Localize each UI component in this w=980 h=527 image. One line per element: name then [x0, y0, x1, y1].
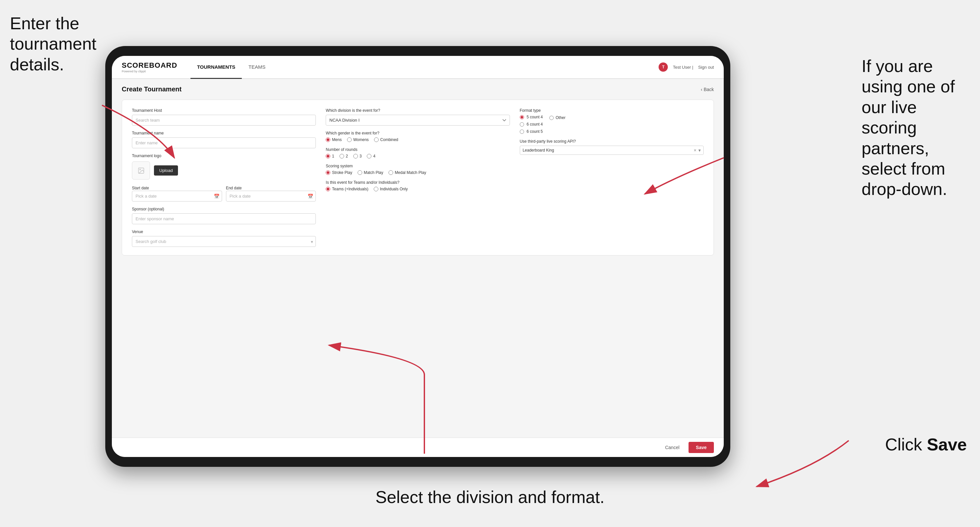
scoring-group: Scoring system Stroke Play Match Play [326, 164, 509, 175]
save-button[interactable]: Save [689, 442, 714, 453]
rounds-group: Number of rounds 1 2 [326, 147, 509, 159]
format-6count5[interactable]: 6 count 5 [520, 129, 543, 134]
tab-teams[interactable]: TEAMS [242, 56, 272, 79]
rounds-3[interactable]: 3 [353, 154, 362, 159]
scoring-stroke[interactable]: Stroke Play [326, 170, 352, 175]
venue-dropdown-icon: ▾ [311, 239, 313, 244]
event-type-teams[interactable]: Teams (+Individuals) [326, 187, 368, 191]
end-date-group: End date 📅 [226, 185, 316, 202]
event-type-radio-group: Teams (+Individuals) Individuals Only [326, 187, 509, 191]
live-scoring-group: Use third-party live scoring API? Leader… [520, 139, 704, 155]
svg-point-1 [140, 169, 140, 170]
date-row: Start date 📅 End date 📅 [132, 185, 316, 202]
annotation-enter-details: Enter the tournament details. [10, 13, 108, 75]
content-area: Create Tournament Back Tournament Host T… [112, 79, 724, 438]
tournament-host-input[interactable] [132, 115, 316, 125]
start-date-input[interactable] [132, 190, 222, 202]
navbar-tabs: TOURNAMENTS TEAMS [191, 56, 659, 78]
page-title: Create Tournament [122, 86, 181, 93]
venue-label: Venue [132, 230, 316, 234]
rounds-radio-group: 1 2 3 4 [326, 154, 509, 159]
gender-mens[interactable]: Mens [326, 137, 342, 142]
live-scoring-label: Use third-party live scoring API? [520, 139, 704, 144]
format-radio-group: 5 count 4 6 count 4 6 count 5 [520, 115, 543, 134]
other-option: Other [549, 115, 565, 120]
tournament-host-label: Tournament Host [132, 108, 316, 113]
tournament-logo-group: Tournament logo Upload [132, 154, 316, 179]
live-scoring-tag-input[interactable]: Leaderboard King × ▾ [520, 146, 704, 155]
upload-button[interactable]: Upload [154, 165, 178, 176]
rounds-4[interactable]: 4 [367, 154, 375, 159]
format-6count4[interactable]: 6 count 4 [520, 122, 543, 127]
date-group: Start date 📅 End date 📅 [132, 185, 316, 202]
clear-tag-icon[interactable]: × [694, 148, 697, 153]
tablet-frame: SCOREBOARD Powered by clippit TOURNAMENT… [105, 46, 730, 467]
calendar-icon: 📅 [214, 194, 220, 199]
user-label: Test User | [673, 65, 693, 70]
scoring-label: Scoring system [326, 164, 509, 168]
division-group: Which division is the event for? NCAA Di… [326, 108, 509, 125]
live-scoring-value: Leaderboard King [523, 148, 692, 152]
logo-placeholder [132, 162, 150, 179]
form-col-2: Which division is the event for? NCAA Di… [326, 108, 509, 247]
tab-tournaments[interactable]: TOURNAMENTS [191, 56, 242, 79]
venue-group: Venue ▾ [132, 230, 316, 247]
annotation-live-scoring: If you are using one of our live scoring… [862, 56, 974, 200]
start-date-group: Start date 📅 [132, 185, 222, 202]
scoring-radio-group: Stroke Play Match Play Medal Match Play [326, 170, 509, 175]
tournament-host-group: Tournament Host [132, 108, 316, 125]
tournament-logo-label: Tournament logo [132, 154, 316, 158]
signout-link[interactable]: Sign out [698, 65, 714, 70]
end-date-input[interactable] [226, 190, 316, 202]
navbar: SCOREBOARD Powered by clippit TOURNAMENT… [112, 56, 724, 79]
logo-main-text: SCOREBOARD [122, 61, 177, 70]
event-type-individuals[interactable]: Individuals Only [374, 187, 408, 191]
event-type-label: Is this event for Teams and/or Individua… [326, 180, 509, 185]
create-tournament-form: Tournament Host Tournament name Tourname… [122, 100, 714, 256]
end-date-label: End date [226, 186, 242, 190]
format-other-radio[interactable] [549, 116, 554, 120]
annotation-click-save: Click Save [885, 434, 967, 455]
rounds-1[interactable]: 1 [326, 154, 334, 159]
app-logo: SCOREBOARD Powered by clippit [122, 61, 177, 73]
format-type-label: Format type [520, 108, 704, 113]
avatar: T [659, 62, 668, 71]
venue-input[interactable] [132, 236, 316, 247]
cancel-button[interactable]: Cancel [660, 442, 685, 453]
calendar-icon-end: 📅 [308, 194, 313, 199]
back-button[interactable]: Back [701, 87, 714, 92]
form-col-1: Tournament Host Tournament name Tourname… [132, 108, 316, 247]
tablet-screen: SCOREBOARD Powered by clippit TOURNAMENT… [112, 56, 724, 457]
page-header: Create Tournament Back [122, 86, 714, 93]
annotation-division-format: Select the division and format. [375, 487, 605, 507]
gender-radio-group: Mens Womens Combined [326, 137, 509, 142]
event-type-group: Is this event for Teams and/or Individua… [326, 180, 509, 191]
format-5count4[interactable]: 5 count 4 [520, 115, 543, 119]
tournament-name-group: Tournament name [132, 131, 316, 148]
rounds-label: Number of rounds [326, 147, 509, 152]
scoring-match[interactable]: Match Play [358, 170, 383, 175]
division-select[interactable]: NCAA Division I [326, 115, 509, 125]
tournament-name-label: Tournament name [132, 131, 316, 135]
gender-group: Which gender is the event for? Mens Wome… [326, 131, 509, 142]
scoring-medal-match[interactable]: Medal Match Play [388, 170, 426, 175]
gender-label: Which gender is the event for? [326, 131, 509, 135]
division-label: Which division is the event for? [326, 108, 509, 113]
sponsor-input[interactable] [132, 213, 316, 224]
start-date-wrap: 📅 [132, 190, 222, 202]
gender-combined[interactable]: Combined [374, 137, 398, 142]
logo-sub-text: Powered by clippit [122, 70, 177, 73]
sponsor-group: Sponsor (optional) [132, 207, 316, 224]
form-col-3: Format type 5 count 4 6 count 4 [520, 108, 704, 247]
navbar-right: T Test User | Sign out [659, 62, 714, 71]
start-date-label: Start date [132, 186, 149, 190]
sponsor-label: Sponsor (optional) [132, 207, 316, 211]
rounds-2[interactable]: 2 [339, 154, 348, 159]
end-date-wrap: 📅 [226, 190, 316, 202]
logo-upload-area: Upload [132, 162, 316, 179]
other-label: Other [556, 115, 565, 120]
form-footer: Cancel Save [112, 438, 724, 457]
gender-womens[interactable]: Womens [347, 137, 369, 142]
tournament-name-input[interactable] [132, 137, 316, 148]
dropdown-tag-icon[interactable]: ▾ [698, 148, 701, 153]
